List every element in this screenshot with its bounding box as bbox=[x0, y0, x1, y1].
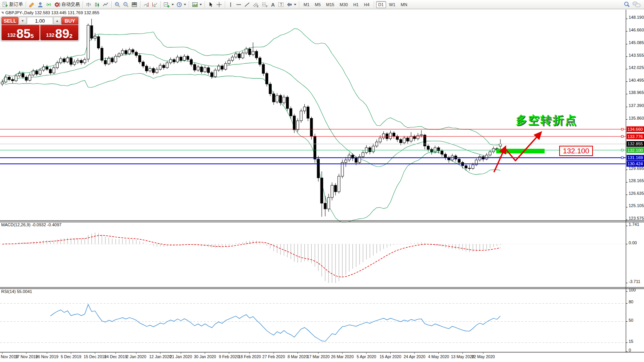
crosshair-button[interactable] bbox=[215, 1, 223, 8]
price-label-132.100: 132.100 bbox=[627, 147, 644, 153]
price-label-134.660: 134.660 bbox=[627, 127, 644, 132]
timeframe-button-h4[interactable]: H4 bbox=[362, 1, 372, 8]
timeframe-button-w1[interactable]: W1 bbox=[387, 1, 398, 8]
date-label: 26 Nov 2019 bbox=[36, 354, 59, 359]
turning-point-annotation[interactable]: 多空转折点 bbox=[516, 113, 577, 128]
hline-icon bbox=[236, 2, 242, 8]
main-toolbar: 新订单 自动交易 E F A T bbox=[0, 0, 644, 9]
zoom-in-button[interactable] bbox=[113, 1, 122, 8]
timeframe-button-m30[interactable]: M30 bbox=[337, 1, 350, 8]
axis-tick-label: 137.390 bbox=[629, 103, 644, 108]
search-icon[interactable] bbox=[624, 1, 630, 8]
trendline-button[interactable] bbox=[243, 1, 251, 8]
periods-clock-icon bbox=[176, 2, 182, 8]
toolbar-separator bbox=[225, 1, 225, 8]
autotrade-button[interactable]: 自动交易 bbox=[53, 1, 81, 8]
shift-chart-button[interactable] bbox=[150, 1, 159, 8]
sell-price-figure: 132 bbox=[7, 32, 16, 38]
axis-tick-label: 1.741 bbox=[629, 222, 639, 227]
channel-button[interactable]: E bbox=[251, 1, 260, 8]
timeframe-button-mn[interactable]: MN bbox=[398, 1, 410, 8]
candlestick-icon bbox=[94, 2, 100, 8]
date-label: 17 Mar 2020 bbox=[307, 354, 330, 359]
autotrade-label: 自动交易 bbox=[61, 1, 80, 8]
hline-handle[interactable] bbox=[621, 135, 623, 137]
community-chat-icon[interactable] bbox=[632, 1, 641, 8]
zoom-out-button[interactable] bbox=[122, 1, 130, 8]
toolbar-separator bbox=[111, 1, 112, 8]
bar-chart-icon bbox=[86, 2, 92, 8]
bar-chart-button[interactable] bbox=[84, 1, 93, 8]
candles-layer bbox=[1, 19, 502, 217]
chart-canvas[interactable]: 148.190146.660145.085143.555142.025140.4… bbox=[0, 0, 644, 362]
buy-button[interactable]: BUY bbox=[61, 17, 78, 25]
hline-handle[interactable] bbox=[621, 149, 623, 151]
buy-price-figure: 132 bbox=[46, 32, 54, 38]
svg-text:133.776: 133.776 bbox=[627, 134, 643, 139]
crosshair-icon bbox=[216, 2, 222, 8]
hline-button[interactable] bbox=[234, 1, 243, 8]
volume-increase-button[interactable]: ▲ bbox=[53, 17, 61, 25]
templates-button[interactable] bbox=[191, 1, 203, 8]
timeframe-button-m15[interactable]: M15 bbox=[324, 1, 337, 8]
buy-price[interactable]: 132892 bbox=[40, 25, 78, 40]
scroll-to-end-button[interactable] bbox=[142, 1, 150, 8]
timeframe-toolbar: M1M5M15M30H1H4D1W1MN bbox=[301, 1, 410, 8]
timeframe-button-m1[interactable]: M1 bbox=[301, 1, 312, 8]
buy-price-big: 89 bbox=[55, 28, 69, 39]
buy-price-pip: 2 bbox=[69, 33, 73, 39]
timeframe-button-d1[interactable]: D1 bbox=[376, 1, 386, 8]
chevron-down-icon: ▼ bbox=[21, 19, 24, 23]
axis-tick-label: 100 bbox=[629, 288, 636, 292]
one-click-trading-panel: SELL ▼ 1.00 ▲ BUY 132855 132892 bbox=[1, 16, 79, 41]
svg-text:E: E bbox=[257, 5, 259, 7]
chevron-up-icon: ▲ bbox=[56, 19, 59, 23]
date-label: 24 Apr 2020 bbox=[404, 354, 426, 359]
timeframe-button-m5[interactable]: M5 bbox=[312, 1, 323, 8]
toolbar-separator bbox=[26, 1, 26, 8]
date-label: 8 Mar 2020 bbox=[287, 354, 308, 359]
sell-price-big: 85 bbox=[17, 28, 31, 39]
profile-button[interactable] bbox=[36, 1, 45, 8]
date-label: 15 Dec 2019 bbox=[84, 354, 107, 359]
volume-input[interactable]: 1.00 bbox=[27, 17, 53, 25]
svg-text:132.855: 132.855 bbox=[627, 142, 643, 146]
sell-price-pip: 5 bbox=[31, 33, 34, 39]
svg-text:F: F bbox=[266, 5, 268, 8]
signal-icon bbox=[46, 2, 52, 8]
fibonacci-icon: F bbox=[261, 2, 268, 8]
label-button[interactable]: T bbox=[277, 1, 285, 8]
vline-button[interactable] bbox=[227, 1, 234, 8]
axis-tick-label: 143.555 bbox=[629, 53, 644, 58]
signal-button[interactable] bbox=[45, 1, 53, 8]
price-tag-132100[interactable]: 132.100 bbox=[559, 146, 593, 156]
periods-button[interactable] bbox=[175, 1, 187, 8]
timeframe-button-h1[interactable]: H1 bbox=[351, 1, 361, 8]
date-label: 18 Feb 2020 bbox=[238, 354, 261, 359]
tile-windows-icon bbox=[131, 2, 137, 8]
hline-handle[interactable] bbox=[621, 157, 623, 159]
toolbar-separator bbox=[205, 1, 205, 8]
new-order-button[interactable]: 新订单 bbox=[1, 1, 24, 8]
shapes-button[interactable] bbox=[285, 1, 297, 8]
add-indicator-button[interactable] bbox=[162, 1, 175, 8]
cursor-button[interactable] bbox=[206, 1, 215, 8]
price-label-133.776: 133.776 bbox=[627, 133, 644, 139]
volume-decrease-button[interactable]: ▼ bbox=[19, 17, 26, 25]
macd-value-main: -0.0932 bbox=[31, 222, 46, 227]
axis-tick-label: 142.025 bbox=[629, 65, 644, 70]
chart-header: GBPJPY-,Daily 132.583 133.445 131.769 13… bbox=[5, 10, 99, 15]
sell-price[interactable]: 132855 bbox=[2, 25, 40, 40]
axis-tick-label: 123.575 bbox=[629, 216, 644, 220]
fibonacci-button[interactable]: F bbox=[260, 1, 269, 8]
candlestick-button[interactable] bbox=[93, 1, 101, 8]
sell-button[interactable]: SELL bbox=[2, 17, 18, 25]
bollinger-bands bbox=[2, 29, 500, 222]
svg-text:132.100: 132.100 bbox=[627, 148, 643, 153]
text-button[interactable]: A bbox=[269, 1, 277, 8]
hline-handle[interactable] bbox=[621, 128, 623, 130]
line-chart-button[interactable] bbox=[101, 1, 110, 8]
toolbar-separator bbox=[189, 1, 189, 8]
crayon-button[interactable] bbox=[28, 1, 36, 8]
tile-windows-button[interactable] bbox=[130, 1, 139, 8]
